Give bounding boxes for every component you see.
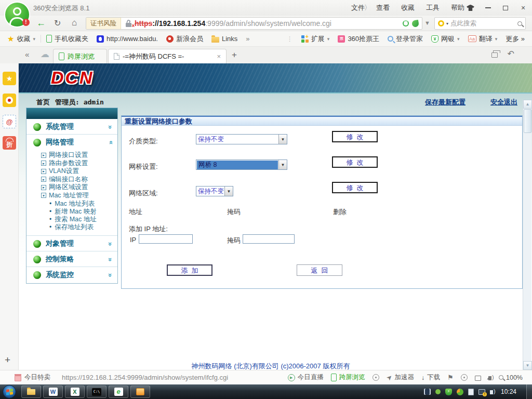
add-button[interactable]: 添 加: [167, 264, 212, 276]
taskbar-clock[interactable]: 10:24: [501, 388, 516, 395]
reopen-closed-tab-icon[interactable]: ↶: [508, 49, 514, 59]
modify-zone-button[interactable]: 修 改: [332, 182, 378, 193]
sidebar-weibo-icon[interactable]: [3, 94, 16, 107]
search-engine-caret-icon[interactable]: ▾: [446, 21, 448, 26]
antivirus-tray-icon[interactable]: [457, 389, 463, 395]
network-mode-icon[interactable]: [461, 374, 468, 381]
taskbar-cmd-button[interactable]: C:\: [87, 385, 107, 398]
window-split-icon[interactable]: [475, 376, 481, 381]
compat-mode-icon[interactable]: [411, 19, 419, 27]
page-scrollbar[interactable]: ▲ ▼: [523, 100, 531, 370]
search-input[interactable]: [450, 20, 515, 27]
accelerator-button[interactable]: ➤ 加速器: [387, 373, 414, 382]
sidebar-favorites-icon[interactable]: ★: [3, 72, 16, 85]
report-flag-icon[interactable]: ⚑: [447, 374, 454, 381]
taskbar-browser-button[interactable]: e: [109, 385, 128, 398]
volume-icon[interactable]: [490, 390, 493, 394]
download-button[interactable]: ↓ 下载: [421, 373, 440, 382]
scroll-up-icon[interactable]: ▲: [523, 100, 532, 109]
home-icon[interactable]: ⌂: [72, 18, 77, 28]
sidebar-section-policy[interactable]: 控制策略 »: [26, 251, 117, 267]
media-tray-icon[interactable]: [424, 389, 431, 395]
taskbar-excel-button[interactable]: X: [65, 385, 85, 398]
daily-deals-button[interactable]: 今日特卖: [0, 373, 50, 382]
back-button[interactable]: 返 回: [297, 264, 342, 276]
ticket-grabber-button[interactable]: 票 360抢票王: [334, 34, 383, 44]
bookmark-favorites[interactable]: ★ 收藏 ▾: [3, 34, 39, 44]
bookmark-mobile-favorites[interactable]: 手机收藏夹: [42, 34, 92, 44]
media-type-select[interactable]: 保持不变 ▼: [196, 134, 287, 144]
nav-item-search-mac[interactable]: • 搜索 Mac 地址: [49, 216, 117, 223]
more-tools-button[interactable]: 更多 »: [501, 34, 532, 44]
address-bar[interactable]: 证书风险 × https ://192.168.1.254 :9999/admi…: [86, 17, 422, 30]
maximize-button[interactable]: [497, 1, 514, 15]
bookmarks-overflow-icon[interactable]: »: [242, 35, 254, 43]
scrollbar-thumb[interactable]: [524, 109, 531, 133]
sidebar-section-system[interactable]: 系统管理 »: [26, 119, 117, 134]
online-banking-button[interactable]: ¥ 网银 ▾: [427, 34, 464, 44]
mask-input[interactable]: [243, 234, 295, 244]
sidebar-section-objects[interactable]: 对象管理 »: [26, 236, 117, 251]
translate-button[interactable]: Aa 翻译 ▾: [464, 34, 502, 44]
zoom-control[interactable]: 100%: [499, 374, 523, 381]
tab-active-dcfs[interactable]: -=神州数码 DCFS =- ×: [108, 49, 227, 63]
chevron-expand-icon[interactable]: »: [107, 257, 114, 261]
bookmark-links-folder[interactable]: Links: [207, 35, 242, 43]
extensions-button[interactable]: + 扩展 ▾: [297, 34, 334, 44]
nav-item-mac-list[interactable]: • Mac 地址列表: [49, 200, 117, 208]
game-mode-icon[interactable]: [373, 374, 379, 381]
logout-link[interactable]: 安全退出: [490, 98, 517, 107]
network-warning-icon[interactable]: [478, 389, 485, 395]
skin-theme-icon[interactable]: [461, 1, 479, 15]
bridge-select[interactable]: 网桥 8 ▼: [196, 159, 287, 170]
bookmark-sina[interactable]: 新浪会员: [162, 34, 207, 44]
minimize-button[interactable]: [479, 1, 497, 15]
chevron-expand-icon[interactable]: »: [107, 242, 114, 245]
collapse-tabs-icon[interactable]: «: [25, 50, 29, 59]
sidebar-add-icon[interactable]: +: [5, 354, 10, 366]
search-engine-icon[interactable]: [438, 20, 444, 26]
live-stream-button[interactable]: ▶ 今日直播: [288, 373, 324, 382]
nav-item-mac-management[interactable]: ▼ Mac 地址管理: [41, 192, 117, 200]
chevron-expand-icon[interactable]: »: [107, 273, 114, 276]
chevron-collapse-icon[interactable]: »: [107, 140, 114, 144]
nav-item-routing-params[interactable]: ► 路由参数设置: [41, 159, 117, 168]
save-config-link[interactable]: 保存最新配置: [425, 98, 466, 107]
menu-tools[interactable]: 工具: [426, 3, 440, 12]
show-desktop-button[interactable]: [526, 384, 532, 399]
start-button[interactable]: [3, 385, 16, 398]
scroll-down-icon[interactable]: ▼: [523, 361, 532, 370]
menu-favorites[interactable]: 收藏: [401, 3, 415, 12]
search-box[interactable]: ▾: [434, 17, 526, 30]
chevron-expand-icon[interactable]: »: [107, 125, 114, 128]
tab-close-icon[interactable]: ×: [217, 52, 221, 60]
nav-item-vlan-settings[interactable]: ► VLAN设置: [41, 167, 117, 176]
taskbar-app-button[interactable]: [130, 385, 150, 398]
sidebar-section-network[interactable]: 网络管理 »: [26, 134, 117, 150]
sidebar-mail-icon[interactable]: @: [3, 115, 16, 128]
status-dot-icon[interactable]: [435, 389, 441, 394]
tab-cross-screen[interactable]: 跨屏浏览: [53, 49, 107, 63]
nav-item-save-address-list[interactable]: • 保存地址列表: [49, 223, 117, 231]
login-manager-button[interactable]: 登录管家: [383, 34, 427, 44]
security-shield-icon[interactable]: ⚡: [445, 389, 452, 395]
back-icon[interactable]: ←: [36, 18, 46, 29]
cloud-sync-icon[interactable]: ☁: [41, 49, 49, 60]
new-tab-button[interactable]: +: [232, 50, 237, 60]
speed-mode-icon[interactable]: [403, 20, 409, 26]
nav-item-edit-interface-name[interactable]: ► 编辑接口名称: [41, 176, 117, 184]
taskbar-word-button[interactable]: W: [43, 385, 63, 398]
search-icon[interactable]: [517, 21, 522, 26]
user-avatar[interactable]: !: [4, 2, 30, 28]
modify-bridge-button[interactable]: 修 改: [332, 156, 378, 168]
tab-list-icon[interactable]: [491, 52, 498, 58]
taskbar-explorer-button[interactable]: [21, 385, 41, 398]
modify-media-type-button[interactable]: 修 改: [332, 131, 378, 142]
ip-input[interactable]: [139, 234, 193, 244]
sidebar-section-monitor[interactable]: 系统监控 »: [26, 267, 117, 282]
menu-file[interactable]: 文件: [351, 3, 365, 12]
close-button[interactable]: ×: [514, 1, 532, 15]
mute-speaker-icon[interactable]: [488, 376, 491, 380]
certificate-risk-badge[interactable]: 证书风险: [86, 18, 121, 29]
refresh-icon[interactable]: ↻: [54, 18, 61, 28]
